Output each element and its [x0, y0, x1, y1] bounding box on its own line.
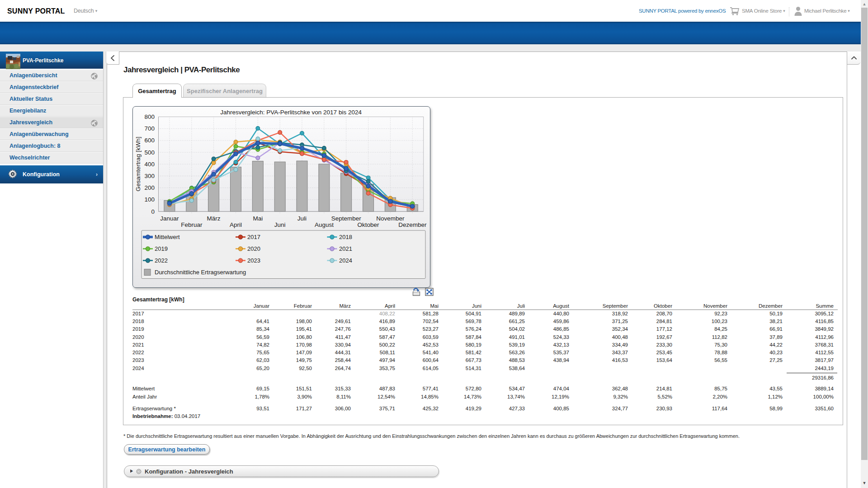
svg-text:August: August [315, 221, 334, 228]
svg-text:2019: 2019 [155, 245, 168, 252]
svg-text:800: 800 [144, 113, 155, 120]
svg-text:Jahresvergleich: PVA-Perlitsch: Jahresvergleich: PVA-Perlitschke von 201… [220, 109, 362, 116]
svg-text:200: 200 [144, 184, 155, 191]
svg-text:2024: 2024 [339, 257, 352, 264]
svg-text:400: 400 [144, 161, 155, 168]
svg-text:Mai: Mai [253, 215, 263, 222]
svg-text:Oktober: Oktober [358, 221, 380, 228]
svg-text:100: 100 [144, 196, 155, 203]
svg-text:September: September [331, 215, 362, 222]
svg-text:Gesamtertrag [kWh]: Gesamtertrag [kWh] [135, 137, 142, 192]
svg-text:0: 0 [151, 208, 155, 215]
svg-text:November: November [376, 215, 405, 222]
svg-text:Februar: Februar [181, 221, 203, 228]
svg-text:2023: 2023 [247, 257, 260, 264]
svg-text:2017: 2017 [247, 234, 260, 240]
svg-text:500: 500 [144, 149, 155, 156]
svg-text:Januar: Januar [160, 215, 179, 222]
svg-text:2018: 2018 [339, 234, 352, 240]
svg-text:März: März [207, 215, 221, 222]
svg-text:Dezember: Dezember [398, 221, 427, 228]
svg-text:Juli: Juli [297, 215, 307, 222]
svg-text:600: 600 [144, 137, 155, 144]
svg-text:700: 700 [144, 125, 155, 132]
svg-text:2021: 2021 [339, 245, 352, 252]
svg-text:Durchschnittliche Ertragserwar: Durchschnittliche Ertragserwartung [155, 269, 246, 276]
svg-text:Mittelwert: Mittelwert [155, 234, 180, 240]
svg-text:2020: 2020 [247, 245, 260, 252]
svg-text:2022: 2022 [155, 257, 168, 264]
svg-text:300: 300 [144, 173, 155, 179]
svg-text:April: April [230, 221, 242, 228]
svg-text:Juni: Juni [274, 221, 286, 228]
